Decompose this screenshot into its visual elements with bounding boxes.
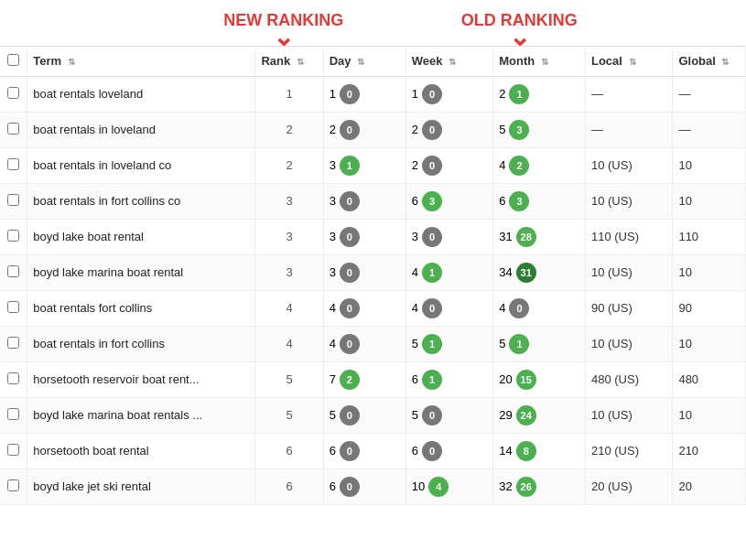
row-checkbox-cell bbox=[0, 183, 27, 219]
month-value: 4 bbox=[499, 301, 505, 315]
table-row: boat rentals in fort collins co330636310… bbox=[0, 183, 746, 219]
row-checkbox-cell bbox=[0, 433, 27, 468]
month-badge: 1 bbox=[509, 84, 529, 104]
row-checkbox[interactable] bbox=[7, 301, 19, 313]
global-cell: 10 bbox=[673, 183, 746, 219]
month-badge: 8 bbox=[516, 441, 536, 461]
local-column-header[interactable]: Local ⇅ bbox=[585, 46, 672, 76]
rank-cell: 2 bbox=[255, 112, 323, 147]
table-row: boyd lake marina boat rental33041343110 … bbox=[0, 254, 746, 290]
global-cell: 20 bbox=[673, 468, 746, 504]
rank-sort-icon: ⇅ bbox=[297, 57, 304, 67]
week-badge: 1 bbox=[422, 370, 442, 390]
table-row: boyd lake marina boat rentals ...5505029… bbox=[0, 397, 746, 433]
day-badge: 0 bbox=[340, 298, 360, 318]
month-badge: 24 bbox=[516, 405, 536, 425]
table-row: boat rentals in loveland co231204210 (US… bbox=[0, 147, 746, 183]
week-cell: 61 bbox=[405, 361, 492, 397]
day-value: 5 bbox=[330, 408, 336, 422]
local-value: 90 (US) bbox=[591, 301, 632, 315]
row-checkbox[interactable] bbox=[7, 230, 19, 242]
week-cell: 104 bbox=[405, 468, 492, 504]
week-badge: 4 bbox=[428, 477, 449, 497]
row-checkbox-cell bbox=[0, 219, 27, 254]
term-column-header[interactable]: Term ⇅ bbox=[27, 46, 255, 76]
row-checkbox[interactable] bbox=[7, 408, 19, 420]
day-value: 3 bbox=[330, 194, 336, 208]
month-sort-icon: ⇅ bbox=[541, 57, 548, 67]
rank-cell: 4 bbox=[255, 326, 323, 361]
global-value: 110 bbox=[678, 230, 698, 243]
week-value: 2 bbox=[412, 158, 418, 172]
global-value: 10 bbox=[678, 265, 691, 279]
rank-cell: 6 bbox=[255, 468, 323, 504]
row-checkbox-cell bbox=[0, 290, 27, 326]
week-cell: 20 bbox=[405, 112, 492, 147]
select-all-checkbox[interactable] bbox=[7, 54, 19, 66]
month-cell: 2015 bbox=[493, 361, 586, 397]
rank-cell: 3 bbox=[255, 254, 323, 290]
row-checkbox[interactable] bbox=[7, 337, 19, 349]
global-cell: 10 bbox=[673, 326, 746, 361]
row-checkbox[interactable] bbox=[7, 123, 19, 135]
week-cell: 30 bbox=[405, 219, 492, 254]
local-cell: 90 (US) bbox=[585, 290, 672, 326]
week-badge: 0 bbox=[422, 405, 442, 425]
month-value: 5 bbox=[499, 337, 505, 350]
row-checkbox[interactable] bbox=[7, 444, 19, 456]
month-badge: 3 bbox=[509, 191, 529, 211]
checkbox-header bbox=[0, 46, 27, 76]
month-cell: 63 bbox=[493, 183, 586, 219]
row-checkbox-cell bbox=[0, 147, 27, 183]
row-checkbox[interactable] bbox=[7, 158, 19, 170]
local-value: — bbox=[591, 87, 603, 101]
global-sort-icon: ⇅ bbox=[721, 57, 729, 67]
day-badge: 0 bbox=[340, 477, 360, 497]
month-badge: 3 bbox=[509, 120, 529, 140]
row-checkbox[interactable] bbox=[7, 265, 19, 277]
month-value: 5 bbox=[499, 123, 505, 136]
table-row: boat rentals in loveland2202053—— bbox=[0, 112, 746, 147]
term-cell: boat rentals fort collins bbox=[27, 290, 255, 326]
row-checkbox[interactable] bbox=[7, 372, 19, 384]
rank-value: 2 bbox=[286, 158, 292, 172]
day-column-header[interactable]: Day ⇅ bbox=[323, 46, 405, 76]
week-badge: 1 bbox=[422, 334, 442, 354]
month-value: 20 bbox=[499, 372, 512, 386]
rank-value: 3 bbox=[286, 194, 292, 208]
local-cell: 110 (US) bbox=[585, 219, 672, 254]
week-badge: 1 bbox=[422, 263, 442, 283]
global-column-header[interactable]: Global ⇅ bbox=[673, 46, 746, 76]
local-cell: 10 (US) bbox=[585, 147, 672, 183]
day-value: 3 bbox=[330, 265, 336, 279]
term-cell: boat rentals loveland bbox=[27, 76, 255, 112]
month-cell: 53 bbox=[493, 112, 586, 147]
month-cell: 51 bbox=[493, 326, 586, 361]
day-cell: 30 bbox=[323, 183, 405, 219]
row-checkbox-cell bbox=[0, 112, 27, 147]
week-column-header[interactable]: Week ⇅ bbox=[405, 46, 492, 76]
local-cell: 20 (US) bbox=[585, 468, 672, 504]
week-badge: 0 bbox=[422, 441, 442, 461]
week-value: 2 bbox=[412, 123, 418, 136]
local-value: 10 (US) bbox=[591, 158, 632, 172]
term-cell: boyd lake boat rental bbox=[27, 219, 255, 254]
global-value: — bbox=[678, 123, 690, 136]
week-cell: 20 bbox=[405, 147, 492, 183]
local-cell: — bbox=[585, 76, 672, 112]
rank-cell: 5 bbox=[255, 397, 323, 433]
global-cell: 10 bbox=[673, 254, 746, 290]
row-checkbox[interactable] bbox=[7, 479, 19, 491]
old-ranking-arrow: ⌄ bbox=[509, 30, 530, 46]
row-checkbox[interactable] bbox=[7, 87, 19, 99]
row-checkbox[interactable] bbox=[7, 194, 19, 206]
row-checkbox-cell bbox=[0, 326, 27, 361]
rank-value: 5 bbox=[286, 408, 292, 422]
global-cell: 480 bbox=[673, 361, 746, 397]
month-column-header[interactable]: Month ⇅ bbox=[493, 46, 586, 76]
week-value: 6 bbox=[412, 444, 418, 458]
global-value: 10 bbox=[678, 158, 691, 172]
day-badge: 0 bbox=[340, 441, 360, 461]
global-value: 210 bbox=[678, 444, 698, 458]
day-badge: 0 bbox=[340, 84, 360, 104]
